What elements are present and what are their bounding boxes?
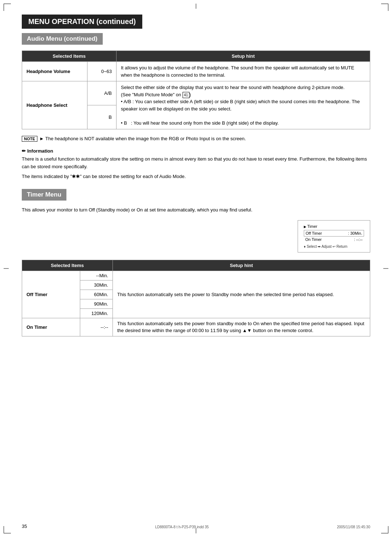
audio-table: Selected Items Setup hint Headphone Volu…	[22, 51, 370, 129]
info-para2: The items indicated by "✱✱" can be store…	[22, 173, 370, 181]
hint-headphone-select: Select the either side of the display th…	[117, 81, 370, 129]
table-row: Headphone Select A/B Select the either s…	[22, 81, 370, 105]
timer-col-selected-items: Selected Items	[22, 260, 113, 271]
audio-section: Audio Menu (continued) Selected Items Se…	[22, 33, 370, 180]
value-off-timer-2: 30Min.	[80, 280, 113, 290]
value-off-timer-3: 60Min.	[80, 290, 113, 299]
value-headphone-select-b: B	[87, 105, 117, 129]
value-off-timer-1: --Min.	[80, 271, 113, 280]
item-off-timer: Off Timer	[22, 271, 80, 318]
note-box: NOTE► The headphone is NOT available whe…	[22, 136, 370, 142]
table-row: Off Timer --Min. This function automatic…	[22, 271, 370, 280]
timer-table: Selected Items Setup hint Off Timer --Mi…	[22, 260, 370, 336]
value-off-timer-4: 90Min.	[80, 299, 113, 308]
corner-mark-tl	[4, 4, 11, 11]
corner-mark-br	[381, 526, 388, 533]
corner-mark-tr	[381, 4, 388, 11]
timer-col-setup-hint: Setup hint	[113, 260, 370, 271]
info-title: Information	[22, 148, 370, 154]
hint-headphone-volume: It allows you to adjust the volume of th…	[117, 62, 370, 81]
osd-hint: ♦ Select ➡ Adjust ↩ Return	[304, 245, 364, 249]
value-headphone-volume: 0~63	[87, 62, 117, 81]
crosshair-bottom	[196, 528, 196, 533]
file-info: LD8800TA-8 t h-P25-P39.indd 35	[155, 525, 209, 529]
col-setup-hint: Setup hint	[117, 51, 370, 62]
osd-row-off-timer: Off Timer : 30Min.	[304, 230, 364, 237]
page-number: 35	[22, 524, 27, 529]
item-headphone-volume: Headphone Volume	[22, 62, 87, 81]
hint-on-timer: This function automatically sets the pow…	[113, 318, 370, 336]
item-headphone-select: Headphone Select	[22, 81, 87, 129]
osd-on-timer-label: On Timer	[305, 237, 322, 242]
footer: 35 LD8800TA-8 t h-P25-P39.indd 35 2005/1…	[22, 524, 370, 529]
date-info: 2005/11/08 15:45:30	[337, 525, 370, 529]
table-row: On Timer --:-- This function automatical…	[22, 318, 370, 336]
info-para1: There is a useful function to automatica…	[22, 156, 370, 171]
item-on-timer: On Timer	[22, 318, 80, 336]
col-selected-items: Selected Items	[22, 51, 117, 62]
crosshair-top	[196, 4, 196, 9]
osd-box: Timer Off Timer : 30Min. On Timer : --:-…	[298, 220, 370, 253]
note-text: The headphone is NOT available when the …	[45, 136, 246, 141]
timer-description: This allows your monitor to turn Off (St…	[22, 206, 370, 214]
osd-off-timer-value: : 30Min.	[348, 231, 362, 235]
table-row: Headphone Volume 0~63 It allows you to a…	[22, 62, 370, 81]
osd-off-timer-label: Off Timer	[306, 231, 322, 235]
osd-on-timer-value: : --:--	[354, 237, 363, 242]
value-off-timer-5: 120Min.	[80, 308, 113, 318]
page-ref-41: 41	[183, 92, 189, 98]
crosshair-left	[4, 268, 9, 269]
value-headphone-select-ab: A/B	[87, 81, 117, 105]
crosshair-right	[383, 268, 388, 269]
corner-mark-bl	[4, 526, 11, 533]
timer-section: Timer Menu This allows your monitor to t…	[22, 189, 370, 336]
osd-title: Timer	[304, 224, 364, 229]
note-label: NOTE	[22, 136, 37, 142]
value-on-timer: --:--	[80, 318, 113, 336]
main-title: MENU OPERATION (continued)	[22, 15, 142, 29]
osd-container: Timer Off Timer : 30Min. On Timer : --:-…	[22, 220, 370, 253]
info-section: Information There is a useful function t…	[22, 148, 370, 180]
hint-off-timer: This function automatically sets the pow…	[113, 271, 370, 318]
osd-row-on-timer: On Timer : --:--	[304, 237, 364, 242]
timer-section-title: Timer Menu	[22, 189, 66, 201]
audio-section-title: Audio Menu (continued)	[22, 33, 103, 45]
